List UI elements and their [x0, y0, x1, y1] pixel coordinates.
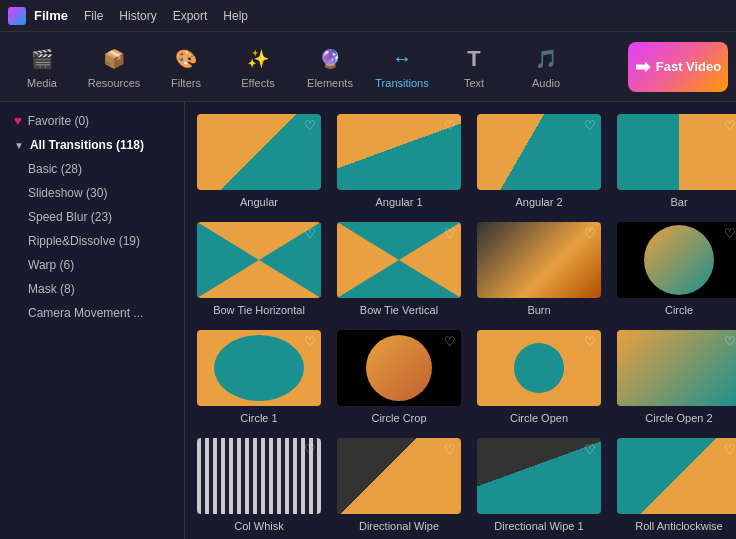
transition-item[interactable]: ♡Circle 1 — [193, 326, 325, 426]
transition-thumbnail-visual — [617, 222, 736, 298]
heart-icon: ♥ — [14, 113, 22, 128]
transition-thumbnail-visual — [337, 222, 461, 298]
transition-item[interactable]: ♡Bow Tie Horizontal — [193, 218, 325, 318]
favorite-heart-icon[interactable]: ♡ — [584, 118, 596, 133]
sidebar-mask[interactable]: Mask (8) — [0, 277, 184, 301]
main-content: ♥ Favorite (0) ▼ All Transitions (118) B… — [0, 102, 736, 539]
transition-thumbnail-visual — [477, 222, 601, 298]
resources-icon: 📦 — [100, 45, 128, 73]
sidebar-slideshow-label: Slideshow (30) — [28, 186, 107, 200]
transition-item[interactable]: ♡Bar — [613, 110, 736, 210]
sidebar-ripple-dissolve-label: Ripple&Dissolve (19) — [28, 234, 140, 248]
sidebar-slideshow[interactable]: Slideshow (30) — [0, 181, 184, 205]
transition-label: Angular 1 — [375, 196, 422, 208]
transition-thumb: ♡ — [615, 220, 736, 300]
transition-thumb: ♡ — [475, 436, 603, 516]
transition-item[interactable]: ♡Circle Open — [473, 326, 605, 426]
transition-item[interactable]: ♡Circle Open 2 — [613, 326, 736, 426]
transitions-content: ♡Angular♡Angular 1♡Angular 2♡Bar♡Bow Tie… — [185, 102, 736, 539]
favorite-heart-icon[interactable]: ♡ — [584, 334, 596, 349]
media-icon: 🎬 — [28, 45, 56, 73]
transition-label: Circle Open 2 — [645, 412, 712, 424]
sidebar-mask-label: Mask (8) — [28, 282, 75, 296]
transition-thumbnail-visual — [337, 114, 461, 190]
toolbar-elements[interactable]: 🔮 Elements — [296, 36, 364, 98]
transition-item[interactable]: ♡Angular — [193, 110, 325, 210]
menu-file[interactable]: File — [84, 9, 103, 23]
transition-item[interactable]: ♡Bow Tie Vertical — [333, 218, 465, 318]
transition-item[interactable]: ♡Circle Crop — [333, 326, 465, 426]
transition-thumb: ♡ — [475, 328, 603, 408]
audio-label: Audio — [532, 77, 560, 89]
transitions-icon: ↔ — [388, 45, 416, 73]
app-logo — [8, 7, 26, 25]
favorite-heart-icon[interactable]: ♡ — [724, 334, 736, 349]
transition-thumb: ♡ — [195, 328, 323, 408]
transition-thumb: ♡ — [615, 328, 736, 408]
transition-thumb: ♡ — [195, 220, 323, 300]
transition-thumb: ♡ — [475, 112, 603, 192]
toolbar-effects[interactable]: ✨ Effects — [224, 36, 292, 98]
text-icon: T — [460, 45, 488, 73]
sidebar-camera-movement[interactable]: Camera Movement ... — [0, 301, 184, 325]
toolbar-text[interactable]: T Text — [440, 36, 508, 98]
transition-label: Circle 1 — [240, 412, 277, 424]
transition-item[interactable]: ♡Circle — [613, 218, 736, 318]
collapse-arrow-icon: ▼ — [14, 140, 24, 151]
transition-item[interactable]: ♡Col Whisk — [193, 434, 325, 534]
toolbar-filters[interactable]: 🎨 Filters — [152, 36, 220, 98]
elements-icon: 🔮 — [316, 45, 344, 73]
favorite-heart-icon[interactable]: ♡ — [724, 442, 736, 457]
sidebar-ripple-dissolve[interactable]: Ripple&Dissolve (19) — [0, 229, 184, 253]
sidebar-camera-label: Camera Movement ... — [28, 306, 143, 320]
transition-thumbnail-visual — [337, 330, 461, 406]
toolbar-resources[interactable]: 📦 Resources — [80, 36, 148, 98]
transition-label: Bow Tie Horizontal — [213, 304, 305, 316]
favorite-heart-icon[interactable]: ♡ — [724, 118, 736, 133]
transition-thumb: ♡ — [475, 220, 603, 300]
favorite-heart-icon[interactable]: ♡ — [444, 226, 456, 241]
menu-export[interactable]: Export — [173, 9, 208, 23]
favorite-heart-icon[interactable]: ♡ — [304, 118, 316, 133]
transition-thumbnail-visual — [477, 330, 601, 406]
favorite-heart-icon[interactable]: ♡ — [584, 226, 596, 241]
transition-item[interactable]: ♡Roll Anticlockwise — [613, 434, 736, 534]
favorite-heart-icon[interactable]: ♡ — [444, 118, 456, 133]
menu-help[interactable]: Help — [223, 9, 248, 23]
transition-thumbnail-visual — [617, 114, 736, 190]
sidebar-basic[interactable]: Basic (28) — [0, 157, 184, 181]
favorite-heart-icon[interactable]: ♡ — [304, 334, 316, 349]
sidebar-favorite[interactable]: ♥ Favorite (0) — [0, 108, 184, 133]
transition-label: Col Whisk — [234, 520, 284, 532]
favorite-heart-icon[interactable]: ♡ — [724, 226, 736, 241]
transition-item[interactable]: ♡Directional Wipe 1 — [473, 434, 605, 534]
sidebar-all-transitions[interactable]: ▼ All Transitions (118) — [0, 133, 184, 157]
filters-label: Filters — [171, 77, 201, 89]
transition-item[interactable]: ♡Angular 1 — [333, 110, 465, 210]
favorite-heart-icon[interactable]: ♡ — [444, 334, 456, 349]
favorite-heart-icon[interactable]: ♡ — [444, 442, 456, 457]
favorite-heart-icon[interactable]: ♡ — [584, 442, 596, 457]
favorite-heart-icon[interactable]: ♡ — [304, 442, 316, 457]
toolbar-media[interactable]: 🎬 Media — [8, 36, 76, 98]
favorite-heart-icon[interactable]: ♡ — [304, 226, 316, 241]
transition-thumbnail-visual — [477, 114, 601, 190]
transition-label: Circle — [665, 304, 693, 316]
menu-history[interactable]: History — [119, 9, 156, 23]
transition-label: Bar — [670, 196, 687, 208]
transition-thumb: ♡ — [335, 220, 463, 300]
transition-item[interactable]: ♡Angular 2 — [473, 110, 605, 210]
transition-thumbnail-visual — [197, 330, 321, 406]
app-name: Filme — [34, 8, 68, 23]
sidebar-basic-label: Basic (28) — [28, 162, 82, 176]
fast-video-button[interactable]: ➡ Fast Video — [628, 42, 728, 92]
transition-thumb: ♡ — [335, 328, 463, 408]
transition-item[interactable]: ♡Directional Wipe — [333, 434, 465, 534]
toolbar-audio[interactable]: 🎵 Audio — [512, 36, 580, 98]
transition-thumb: ♡ — [615, 436, 736, 516]
transition-item[interactable]: ♡Burn — [473, 218, 605, 318]
toolbar-transitions[interactable]: ↔ Transitions — [368, 36, 436, 98]
audio-icon: 🎵 — [532, 45, 560, 73]
sidebar-warp[interactable]: Warp (6) — [0, 253, 184, 277]
sidebar-speed-blur[interactable]: Speed Blur (23) — [0, 205, 184, 229]
